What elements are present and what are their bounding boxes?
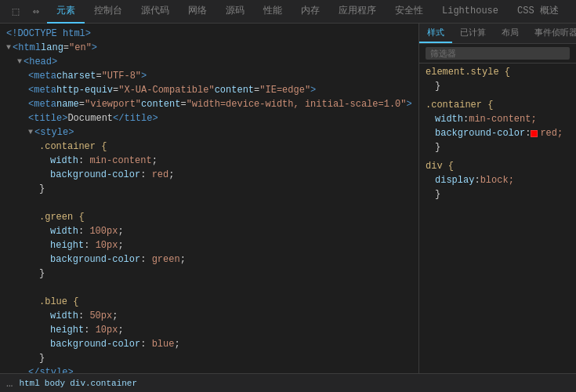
line-blue-selector: .blue { <box>0 295 418 309</box>
ellipsis-icon: … <box>6 377 13 390</box>
main-tab-bar: 元素 控制台 源代码 网络 源码 性能 内存 应用程序 安全性 Lighthou… <box>47 0 568 24</box>
line-blue-width: width: 50px; <box>0 309 418 323</box>
tab-computed[interactable]: 已计算 <box>452 24 494 43</box>
devtools-toolbar: ⬚ ⇔ 元素 控制台 源代码 网络 源码 性能 内存 应用程序 安全性 Ligh… <box>0 0 576 24</box>
div-style-rule: div { display: block; } <box>426 161 570 201</box>
line-green-width: width: 100px; <box>0 224 418 238</box>
tab-layout[interactable]: 布局 <box>494 24 527 43</box>
bottom-bar: … html body div.container <box>0 373 576 392</box>
breadcrumb-html[interactable]: html <box>19 379 39 388</box>
filter-input[interactable] <box>426 47 570 60</box>
tab-lighthouse[interactable]: Lighthouse <box>433 0 508 24</box>
main-content: <!DOCTYPE html> <html lang="en"> <head> … <box>0 24 576 373</box>
tab-css-overview[interactable]: CSS 概述 <box>508 0 568 24</box>
inspect-icon[interactable]: ⬚ <box>6 2 25 21</box>
container-style-rule: .container { width: min-content; backgro… <box>426 100 570 154</box>
line-meta-compat: <meta http-equiv="X-UA-Compatible" conte… <box>0 83 418 97</box>
styles-content: element.style { } .container { width: mi… <box>419 64 576 373</box>
tab-memory[interactable]: 内存 <box>292 0 329 24</box>
line-container-end: } <box>0 182 418 196</box>
line-green-height: height: 10px; <box>0 238 418 252</box>
line-blue-bgcolor: background-color: blue; <box>0 337 418 351</box>
tab-styles[interactable]: 样式 <box>419 24 452 43</box>
line-green-end: } <box>0 267 418 281</box>
container-selector: .container { <box>426 100 570 111</box>
breadcrumb-body[interactable]: body <box>45 379 65 388</box>
element-style-end-brace: } <box>426 79 570 93</box>
line-green-bgcolor: background-color: green; <box>0 252 418 267</box>
line-width: width: min-content; <box>0 154 418 168</box>
container-bgcolor-line: background-color: red; <box>426 126 570 140</box>
tab-security[interactable]: 安全性 <box>386 0 433 24</box>
tab-network[interactable]: 网络 <box>179 0 216 24</box>
tab-elements[interactable]: 元素 <box>47 0 85 24</box>
styles-tab-bar: 样式 已计算 布局 事件侦听器 <box>419 24 576 44</box>
line-meta-charset: <meta charset="UTF-8"> <box>0 69 418 83</box>
styles-panel: 样式 已计算 布局 事件侦听器 element.style { } .conta… <box>419 24 576 373</box>
line-blue-end: } <box>0 351 418 365</box>
container-end-brace: } <box>426 140 570 154</box>
tab-sources[interactable]: 源代码 <box>132 0 179 24</box>
line-title: <title>Document</title> <box>0 111 418 125</box>
div-selector: div { <box>426 161 570 172</box>
div-display-line: display: block; <box>426 173 570 187</box>
color-swatch-red <box>531 130 538 137</box>
line-blank2 <box>0 281 418 295</box>
device-icon[interactable]: ⇔ <box>27 2 45 21</box>
tab-application[interactable]: 应用程序 <box>329 0 386 24</box>
line-doctype: <!DOCTYPE html> <box>0 27 418 41</box>
line-blank1 <box>0 196 418 210</box>
breadcrumb-div[interactable]: div.container <box>70 379 137 388</box>
line-container-selector: .container { <box>0 140 418 154</box>
line-head: <head> <box>0 55 418 69</box>
element-style-selector: element.style { <box>426 67 570 78</box>
line-html: <html lang="en"> <box>0 41 418 55</box>
line-green-selector: .green { <box>0 210 418 224</box>
elements-panel[interactable]: <!DOCTYPE html> <html lang="en"> <head> … <box>0 24 419 373</box>
tab-event-listeners[interactable]: 事件侦听器 <box>527 24 576 43</box>
container-width-line: width: min-content; <box>426 112 570 126</box>
line-meta-viewport: <meta name="viewport" content="width=dev… <box>0 97 418 111</box>
element-style-rule: element.style { } <box>426 67 570 93</box>
tab-sourcecode[interactable]: 源码 <box>216 0 254 24</box>
line-style: <style> <box>0 125 418 140</box>
line-blue-height: height: 10px; <box>0 323 418 337</box>
div-end-brace: } <box>426 187 570 201</box>
tab-performance[interactable]: 性能 <box>254 0 292 24</box>
line-bgcolor: background-color: red; <box>0 168 418 182</box>
filter-bar <box>419 44 576 64</box>
line-style-end: </style> <box>0 365 418 373</box>
tab-console[interactable]: 控制台 <box>85 0 132 24</box>
